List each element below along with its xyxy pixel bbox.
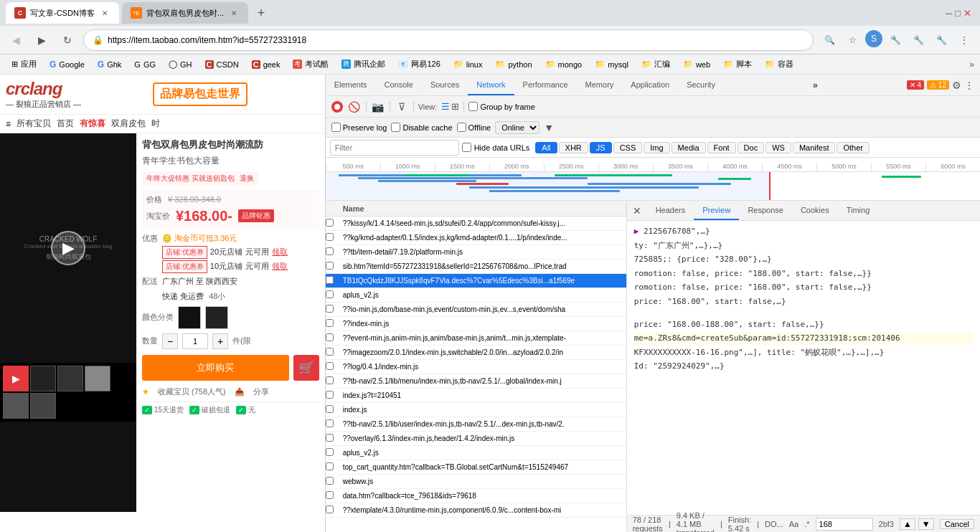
filter-btn-xhr[interactable]: XHR [559, 142, 588, 153]
request-row-11[interactable]: ??log/0.4.1/index-min.js [326, 360, 626, 374]
bookmark-csdn[interactable]: C CSDN [199, 59, 245, 70]
thumb-4[interactable] [3, 393, 29, 419]
throttle-expand-icon[interactable]: ▼ [544, 122, 554, 133]
request-row-20[interactable]: data.htm?callback=tce_79618&ids=79618 [326, 489, 626, 503]
qty-plus[interactable]: + [212, 333, 228, 349]
find-prev-button[interactable]: ▲ [900, 518, 915, 530]
color-swatch-black[interactable] [178, 306, 201, 329]
thumb-1[interactable] [30, 366, 56, 391]
tab-1-close[interactable]: ✕ [99, 7, 110, 19]
bookmark-web[interactable]: 📁 web [677, 58, 716, 70]
new-tab-button[interactable]: + [251, 3, 271, 23]
devtools-tab-performance[interactable]: Performance [514, 75, 577, 95]
bookmark-mongo[interactable]: 📁 mongo [540, 58, 588, 70]
coupon2-action[interactable]: 领取 [272, 261, 288, 272]
record-button[interactable] [331, 101, 343, 113]
find-input[interactable] [816, 518, 873, 531]
bookmark-container[interactable]: 📁 容器 [759, 57, 799, 71]
request-row-6[interactable]: aplus_v2.js [326, 288, 626, 303]
detail-tab-response[interactable]: Response [739, 201, 792, 220]
request-row-5[interactable]: TB1tQcQkdzJ8KJJSspk8qvF7Vla.desc%7Cvar%5… [326, 274, 626, 288]
bookmark-163[interactable]: 📧 网易126 [392, 57, 446, 71]
share-text[interactable]: 分享 [253, 386, 269, 397]
thumb-play[interactable]: ▶ [3, 366, 29, 391]
request-row-1[interactable]: ??kissy/k/1.4.14/seed-min.js,sd/sufei/0.… [326, 217, 626, 231]
bookmark-tencent[interactable]: 腾 腾讯企邮 [336, 57, 391, 71]
refresh-button[interactable]: ↻ [57, 30, 77, 50]
url-input[interactable]: https://item.taobao.com/item.htm?id=5572… [108, 35, 804, 45]
color-swatch-dark[interactable] [205, 306, 228, 329]
detail-tab-cookies[interactable]: Cookies [792, 201, 838, 220]
devtools-tab-sources[interactable]: Sources [422, 75, 468, 95]
clear-button[interactable]: 🚫 [347, 101, 362, 113]
filter-btn-font[interactable]: Font [707, 142, 736, 153]
buy-now-button[interactable]: 立即购买 [142, 355, 289, 381]
devtools-tab-network[interactable]: Network [468, 75, 514, 95]
bookmark-python[interactable]: 📁 python [489, 58, 537, 70]
thumb-2[interactable] [57, 366, 83, 391]
request-row-18[interactable]: top_cart_quantity.htm?callback=TB.Global… [326, 460, 626, 475]
request-row-13[interactable]: index.js?t=210451 [326, 389, 626, 403]
camera-button[interactable]: 📷 [371, 101, 385, 113]
devtools-settings-icon[interactable]: ⚙ [952, 80, 961, 91]
devtools-tab-memory[interactable]: Memory [577, 75, 623, 95]
detail-tab-preview[interactable]: Preview [694, 201, 739, 220]
tab-2[interactable]: TB 背包双肩包男皮包时... ✕ [122, 2, 248, 24]
qty-input[interactable] [182, 333, 208, 349]
devtools-tab-security[interactable]: Security [678, 75, 724, 95]
request-row-15[interactable]: ??tb-nav/2.5.1/lib/user/index-min.js,tb-… [326, 417, 626, 432]
collect-text[interactable]: 收藏宝贝 (758人气) [158, 386, 226, 397]
filter-toggle-button[interactable]: ⊽ [395, 101, 409, 113]
request-row-17[interactable]: aplus_v2.js [326, 446, 626, 460]
request-row-7[interactable]: ??io-min.js,dom/base-min.js,event/custom… [326, 303, 626, 317]
window-close[interactable]: ✕ [963, 8, 971, 19]
bookmark-apps[interactable]: ⊞ 应用 [6, 57, 42, 71]
menu-button[interactable]: ⋮ [954, 30, 974, 50]
filter-btn-css[interactable]: CSS [613, 142, 643, 153]
more-bookmarks[interactable]: » [969, 60, 974, 70]
qty-minus[interactable]: − [162, 333, 178, 349]
back-button[interactable]: ◀ [6, 30, 26, 50]
disable-cache-checkbox[interactable] [391, 123, 400, 132]
filter-btn-media[interactable]: Media [672, 142, 706, 153]
forward-button[interactable]: ▶ [32, 30, 52, 50]
bookmark-icon-btn[interactable]: ☆ [842, 30, 862, 50]
devtools-tab-application[interactable]: Application [622, 75, 678, 95]
tab-2-close[interactable]: ✕ [228, 7, 240, 19]
time-link[interactable]: 时 [151, 118, 160, 130]
bookmark-geek[interactable]: C geek [246, 59, 286, 70]
search-icon-btn[interactable]: 🔍 [819, 30, 839, 50]
filter-btn-other[interactable]: Other [837, 142, 870, 153]
window-maximize[interactable]: □ [955, 8, 961, 19]
filter-input[interactable] [330, 140, 459, 156]
filter-btn-doc[interactable]: Doc [738, 142, 765, 153]
request-row-16[interactable]: ??overlay/6.1.3/index-min.js,header/1.4.… [326, 432, 626, 446]
grid-view-icon[interactable]: ⊞ [451, 101, 459, 112]
devtools-tab-console[interactable]: Console [376, 75, 422, 95]
promo-link[interactable]: 有惊喜 [80, 118, 105, 130]
bookmark-ghk[interactable]: G Ghk [92, 58, 128, 71]
devtools-dots-icon[interactable]: ⋮ [964, 80, 974, 91]
find-cancel-button[interactable]: Cancel [940, 519, 974, 529]
request-row-12[interactable]: ??tb-nav/2.5.1/lib/menu/index-min.js,tb-… [326, 374, 626, 389]
filter-btn-js[interactable]: JS [590, 142, 612, 153]
hide-data-urls-checkbox[interactable] [462, 143, 471, 152]
extension-1[interactable]: 🔧 [885, 30, 905, 50]
request-row-3[interactable]: ??tb/item-detail/7.19.2/platform-min.js [326, 245, 626, 260]
thumb-3[interactable] [85, 366, 110, 391]
bookmark-google[interactable]: G Google [44, 58, 90, 71]
thumb-5[interactable] [30, 393, 56, 419]
extension-2[interactable]: 🔧 [908, 30, 928, 50]
request-row-8[interactable]: ??index-min.js [326, 317, 626, 331]
list-view-icon[interactable]: ☰ [441, 101, 450, 112]
detail-tab-headers[interactable]: Headers [647, 201, 694, 220]
bookmark-gh[interactable]: ◯ GH [163, 58, 198, 70]
request-row-19[interactable]: webww.js [326, 475, 626, 489]
group-by-frame-checkbox[interactable] [468, 102, 478, 111]
bag-category-link[interactable]: 双肩皮包 [111, 118, 146, 130]
request-row-9[interactable]: ??event-min.js,anim-min.js,anim/base-min… [326, 331, 626, 346]
bookmark-script[interactable]: 📁 脚本 [717, 57, 758, 71]
extension-3[interactable]: 🔧 [931, 30, 951, 50]
bookmark-kaoshiku[interactable]: 考 考试酷 [287, 57, 334, 71]
video-play-button[interactable]: ▶ [51, 231, 85, 265]
